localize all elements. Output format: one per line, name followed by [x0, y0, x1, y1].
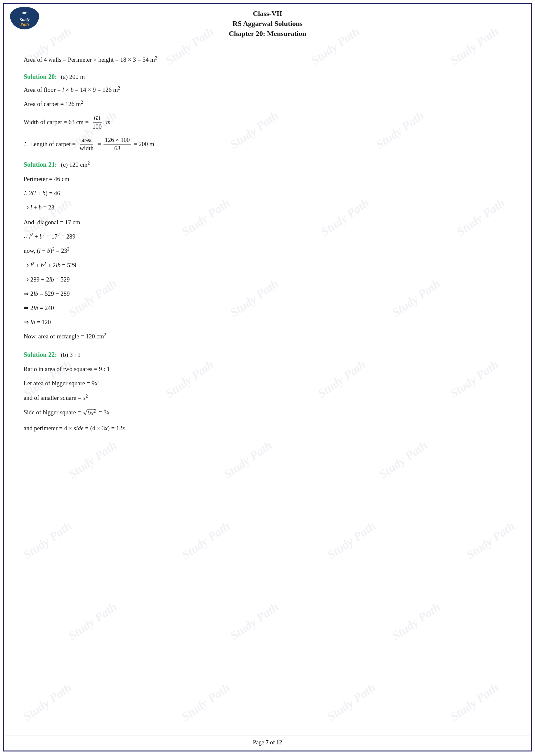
sol21-eq4: now, (l + b)2 = 232: [24, 245, 511, 257]
sol21-eq3: ∴ l2 + b2 = 172 = 289: [24, 230, 511, 243]
sol22-line2: Let area of bigger square = 9x2: [24, 377, 511, 390]
page-footer: Page 7 of 12: [4, 736, 531, 746]
area-label: area: [80, 136, 93, 145]
carpet-width-fraction: 63 100: [91, 115, 103, 131]
sol21-eq6: ⇒ 289 + 2lb = 529: [24, 273, 511, 286]
page-number: 7: [266, 739, 268, 746]
sol21-eq5: ⇒ l2 + b2 + 2lb = 529: [24, 259, 511, 272]
sol22-line1: Ratio in area of two squares = 9 : 1: [24, 363, 511, 375]
sol22-label: Solution 22:: [24, 351, 57, 358]
sol22-line3: and of smaller square = x2: [24, 392, 511, 404]
solution-22-heading: Solution 22: (b) 3 : 1: [24, 351, 511, 359]
sol22-line4: Side of bigger square = √9x2 = 3x: [24, 406, 511, 420]
chapter-label: Chapter 20: Mensuration: [229, 29, 306, 39]
fraction-numerator: 63: [93, 115, 101, 123]
sol21-eq8: ⇒ 2lb = 240: [24, 302, 511, 314]
sol20-line4: ∴ Length of carpet = area width = 126 × …: [24, 136, 511, 152]
sol21-eq9: ⇒ lb = 120: [24, 316, 511, 328]
sol21-eq1: ∴ 2(l + b) = 46: [24, 187, 511, 200]
result-label: = 200 m: [134, 138, 154, 150]
page-border: ✒ Study Path Class-VII RS Aggarwal Solut…: [3, 3, 532, 751]
page-content: Area of 4 walls = Perimeter × height = 1…: [4, 42, 531, 443]
total-pages: 12: [276, 739, 282, 746]
sol21-diagonal: And, diagonal = 17 cm: [24, 216, 511, 229]
calc-numerator: 126 × 100: [103, 136, 131, 145]
sol21-label: Solution 21:: [24, 161, 57, 168]
logo: ✒ Study Path: [10, 7, 39, 29]
sol21-perimeter: Perimeter = 46 cm: [24, 173, 511, 185]
sol19-tail: Area of 4 walls = Perimeter × height = 1…: [24, 53, 511, 66]
calc-fraction: 126 × 100 63: [103, 136, 131, 152]
area-width-fraction: area width: [78, 136, 95, 152]
sqrt-expression: √9x2: [83, 406, 97, 420]
sol20-line2: Area of carpet = 126 m2: [24, 98, 511, 110]
sol22-line5: and perimeter = 4 × side = (4 × 3x) = 12…: [24, 422, 511, 434]
fraction-denominator: 100: [91, 123, 103, 131]
sol21-answer: (c) 120 cm2: [61, 161, 90, 168]
book-label: RS Aggarwal Solutions: [229, 19, 306, 29]
sol21-eq7: ⇒ 2lb = 529 − 289: [24, 288, 511, 300]
class-label: Class-VII: [229, 9, 306, 19]
equals-sign: =: [98, 138, 101, 150]
sol21-conclusion: Now, area of rectangle = 120 cm2: [24, 330, 511, 343]
logo-shape: ✒ Study Path: [10, 7, 39, 29]
logo-study-text: Study: [20, 17, 29, 22]
sol21-eq2: ⇒ l + b = 23: [24, 202, 511, 214]
width-label: width: [78, 145, 95, 152]
length-label: Length of carpet =: [30, 138, 76, 150]
logo-path-text: Path: [20, 22, 29, 27]
calc-denominator: 63: [113, 145, 122, 152]
solution-20-heading: Solution 20: (a) 200 m: [24, 73, 511, 80]
sol20-line3: Width of carpet = 63 cm = 63 100 m: [24, 115, 511, 131]
solution-21-heading: Solution 21: (c) 120 cm2: [24, 161, 511, 168]
therefore-symbol: ∴: [24, 138, 27, 150]
page-label: Page: [253, 739, 264, 746]
header-titles: Class-VII RS Aggarwal Solutions Chapter …: [229, 9, 306, 39]
sol22-answer: (b) 3 : 1: [61, 351, 80, 358]
sol20-answer: (a) 200 m: [61, 73, 85, 80]
sol20-label: Solution 20:: [24, 73, 57, 80]
page-header: ✒ Study Path Class-VII RS Aggarwal Solut…: [4, 4, 531, 42]
sol19-line: Area of 4 walls = Perimeter × height = 1…: [24, 56, 157, 63]
sol20-line1: Area of floor = l × b = 14 × 9 = 126 m2: [24, 84, 511, 96]
of-text: of: [270, 739, 275, 746]
